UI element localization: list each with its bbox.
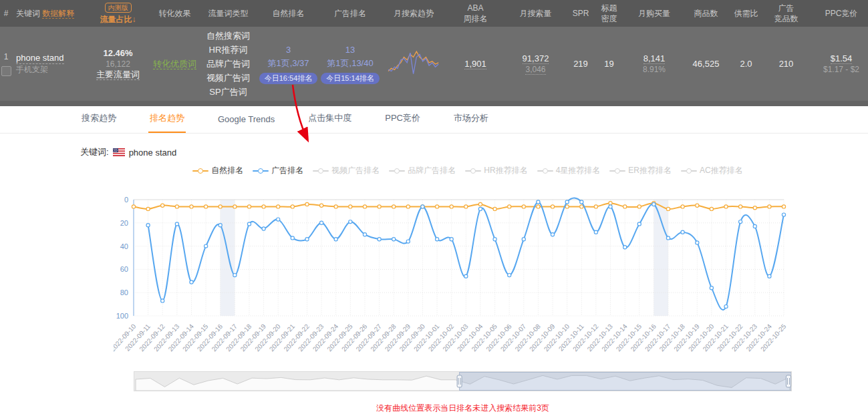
- word-type-tag: 品牌广告词: [200, 57, 257, 71]
- keyword-text[interactable]: phone stand: [16, 53, 64, 64]
- col-title-density-line1: 标题: [594, 3, 624, 13]
- chart-footnote: 没有曲线位置表示当日排名未进入搜索结果前3页: [134, 403, 792, 414]
- legend-label: 视频广告排名: [331, 165, 380, 176]
- legend-label: HR推荐排名: [484, 165, 527, 176]
- ppc-bid-value[interactable]: $1.54: [831, 53, 853, 64]
- traffic-share-tag[interactable]: 主要流量词: [96, 69, 140, 80]
- legend-label: 自然排名: [211, 165, 243, 176]
- keyword-bar-label: 关键词:: [80, 146, 109, 158]
- col-word-type: 流量词类型: [200, 8, 257, 19]
- monthly-search-volume-value[interactable]: 91,372: [523, 53, 549, 64]
- legend-item-4星推荐排名[interactable]: 4星推荐排名: [537, 165, 601, 176]
- legend-item-自然排名[interactable]: 自然排名: [192, 165, 243, 176]
- col-ad-competitors-line2: 竞品数: [764, 13, 808, 24]
- table-header-row: # 关键词 数据解释 内测版 流量占比↓ 转化效果 流量词类型 自然排名 广告排…: [0, 0, 868, 27]
- data-explain-link[interactable]: 数据解释: [42, 9, 74, 19]
- col-supply-demand: 供需比: [728, 8, 764, 19]
- keyword-cell[interactable]: phone stand 手机支架: [12, 53, 86, 75]
- title-density-cell: 19: [594, 59, 624, 69]
- word-type-tag: 自然搜索词: [200, 29, 257, 43]
- rank-trend-chart[interactable]: 0204060801002022-09-102022-09-112022-09-…: [114, 192, 822, 367]
- svg-text:0: 0: [124, 196, 128, 204]
- ad-rank-value[interactable]: 13: [320, 43, 380, 57]
- datazoom-slider[interactable]: [134, 371, 792, 391]
- aba-week-rank-value[interactable]: 1,901: [464, 59, 486, 69]
- col-product-count: 商品数: [684, 8, 728, 19]
- legend-item-HR推荐排名[interactable]: HR推荐排名: [465, 165, 527, 176]
- legend-marker-icon: [681, 168, 697, 174]
- traffic-share-cell: 12.46% 16,122 主要流量词: [86, 48, 150, 80]
- tab-PPC竞价[interactable]: PPC竞价: [384, 112, 422, 133]
- row-checkbox[interactable]: [1, 66, 11, 76]
- keyword-bar-keyword: phone stand: [129, 148, 177, 158]
- keyword-table-section: # 关键词 数据解释 内测版 流量占比↓ 转化效果 流量词类型 自然排名 广告排…: [0, 0, 868, 106]
- monthly-purchases-value[interactable]: 8,141: [643, 53, 666, 64]
- keyword-translation: 手机支架: [16, 64, 86, 75]
- row-index: 1: [0, 51, 12, 62]
- datazoom-minimap[interactable]: [134, 372, 791, 391]
- conversion-cell[interactable]: 转化优质词: [150, 59, 200, 69]
- col-index: #: [0, 8, 12, 19]
- col-ad-competitors: 广告 竞品数: [764, 3, 808, 24]
- tab-点击集中度[interactable]: 点击集中度: [307, 112, 353, 133]
- legend-label: 品牌广告排名: [408, 165, 456, 176]
- legend-label: ER推荐排名: [628, 165, 672, 176]
- organic-rank-cell: 3 第1页,3/37 今日16:54排名: [257, 43, 320, 84]
- monthly-search-volume-sub[interactable]: 3,046: [525, 65, 545, 75]
- aba-week-rank-cell: 1,901: [447, 59, 504, 69]
- sort-desc-icon[interactable]: ↓: [132, 15, 136, 24]
- datazoom-handle[interactable]: [786, 375, 791, 387]
- datazoom-handle[interactable]: [457, 375, 462, 387]
- monthly-search-trend-cell[interactable]: [380, 45, 447, 83]
- traffic-share-count: 16,122: [86, 59, 150, 69]
- col-ad-competitors-line1: 广告: [764, 3, 808, 13]
- monthly-search-trend-sparkline: [386, 45, 442, 81]
- col-aba-week-rank: ABA 周排名: [447, 3, 504, 24]
- col-ad-rank: 广告排名: [320, 8, 380, 19]
- ad-competitor-count-cell: 210: [764, 59, 808, 69]
- col-title-density-line2: 密度: [594, 13, 624, 24]
- svg-text:20: 20: [120, 219, 128, 227]
- tab-搜索趋势[interactable]: 搜索趋势: [80, 112, 118, 133]
- word-type-tag: 视频广告词: [200, 71, 257, 85]
- chart-legend: 自然排名 广告排名 视频广告排名 品牌广告排名 HR推荐排名 4星推荐排名 ER…: [114, 165, 822, 176]
- legend-marker-icon: [313, 168, 329, 174]
- ad-rank-page[interactable]: 第1页,13/40: [320, 57, 380, 70]
- word-type-tag: SP广告词: [200, 85, 257, 99]
- spr-cell: 219: [567, 59, 594, 69]
- monthly-purchases-cell: 8,141 8.91%: [624, 53, 684, 75]
- detail-tabs: 搜索趋势排名趋势Google Trends点击集中度PPC竞价市场分析: [0, 106, 868, 134]
- word-type-tag: HR推荐词: [200, 43, 257, 57]
- monthly-search-volume-cell: 91,372 3,046: [504, 53, 567, 75]
- ppc-bid-range: $1.17 - $2: [808, 64, 868, 75]
- col-keyword-label: 关键词: [16, 9, 40, 18]
- beta-badge: 内测版: [105, 3, 132, 13]
- tab-市场分析[interactable]: 市场分析: [452, 112, 490, 133]
- legend-item-AC推荐排名[interactable]: AC推荐排名: [681, 165, 743, 176]
- keyword-analysis-page: # 关键词 数据解释 内测版 流量占比↓ 转化效果 流量词类型 自然排名 广告排…: [0, 0, 868, 416]
- legend-item-视频广告排名[interactable]: 视频广告排名: [313, 165, 380, 176]
- organic-rank-value[interactable]: 3: [257, 43, 320, 57]
- us-flag-icon: [113, 148, 125, 156]
- conversion-tag[interactable]: 转化优质词: [153, 59, 196, 69]
- col-organic-rank: 自然排名: [257, 8, 320, 19]
- ppc-bid-cell: $1.54 $1.17 - $2: [808, 53, 868, 75]
- svg-text:100: 100: [116, 312, 128, 320]
- word-type-cell: 自然搜索词HR推荐词品牌广告词视频广告词SP广告词: [200, 29, 257, 99]
- col-monthly-purchases: 月购买量: [624, 8, 684, 19]
- tab-排名趋势[interactable]: 排名趋势: [148, 112, 186, 133]
- legend-item-广告排名[interactable]: 广告排名: [253, 165, 303, 176]
- legend-marker-icon: [389, 168, 405, 174]
- tab-Google Trends[interactable]: Google Trends: [216, 114, 276, 133]
- col-aba-line1: ABA: [447, 3, 504, 13]
- product-count-cell: 46,525: [684, 59, 728, 69]
- legend-item-品牌广告排名[interactable]: 品牌广告排名: [389, 165, 456, 176]
- col-aba-line2: 周排名: [447, 13, 504, 24]
- legend-item-ER推荐排名[interactable]: ER推荐排名: [609, 165, 672, 176]
- col-traffic-share[interactable]: 内测版 流量占比↓: [86, 2, 150, 25]
- col-title-density: 标题 密度: [594, 3, 624, 24]
- organic-rank-page[interactable]: 第1页,3/37: [257, 57, 320, 70]
- col-keyword: 关键词 数据解释: [12, 8, 86, 19]
- traffic-share-pct: 12.46%: [86, 48, 150, 59]
- legend-marker-icon: [192, 168, 208, 174]
